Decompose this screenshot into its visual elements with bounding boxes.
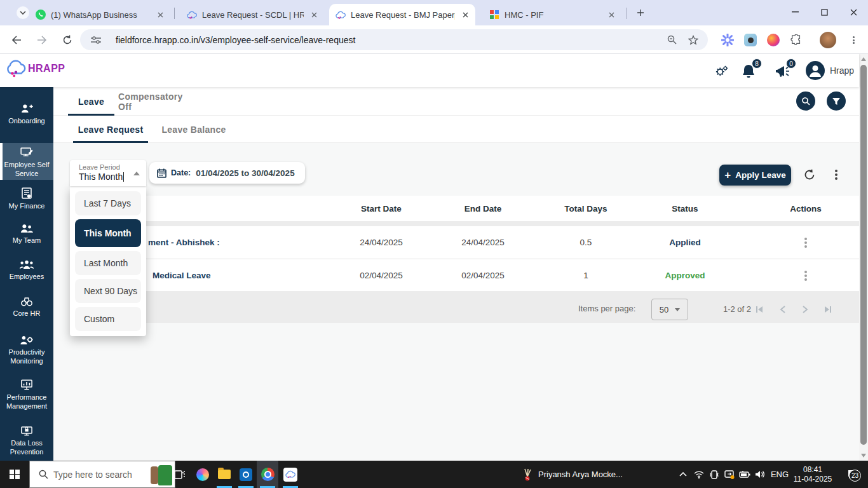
option-next-90-days[interactable]: Next 90 Days — [75, 279, 141, 303]
wifi-icon[interactable] — [691, 461, 707, 488]
reload-button[interactable] — [60, 32, 75, 48]
sidebar-item-employees[interactable]: Employees — [0, 260, 53, 293]
screen-share-icon[interactable] — [722, 461, 737, 488]
tab-leave-balance[interactable]: Leave Balance — [159, 116, 229, 143]
sidebar-item-data-loss-prevention[interactable]: Data Loss Prevention — [0, 425, 53, 461]
tab-search-button[interactable] — [17, 6, 29, 19]
prev-page-button[interactable] — [774, 301, 790, 318]
next-page-button[interactable] — [797, 301, 813, 318]
scroll-down-icon[interactable] — [861, 454, 866, 458]
sidebar-item-performance-management[interactable]: Performance Management — [0, 379, 53, 419]
tab-leave-request[interactable]: Leave Request — [73, 116, 148, 143]
app-header: HRAPP 8 0 Hrapp — [0, 54, 859, 87]
bookmark-star-icon[interactable] — [686, 33, 700, 47]
search-button[interactable] — [796, 92, 815, 111]
extension-flower-icon[interactable] — [719, 32, 736, 48]
row-actions-button[interactable] — [761, 259, 850, 292]
option-custom[interactable]: Custom — [75, 307, 141, 331]
taskbar-clock[interactable]: 08:41 11-04-2025 — [790, 461, 836, 488]
hrapp-app-button[interactable] — [280, 461, 301, 488]
more-options-button[interactable] — [831, 167, 841, 182]
clock-date: 11-04-2025 — [790, 475, 836, 484]
battery-icon[interactable] — [737, 461, 752, 488]
back-button[interactable] — [9, 32, 24, 48]
browser-tab-bmj-active[interactable]: Leave Request - BMJ Paperpack — [329, 4, 475, 25]
notifications-bell-icon[interactable]: 8 — [740, 62, 757, 80]
extension-gradient-icon[interactable] — [765, 32, 782, 48]
browser-profile-avatar[interactable] — [820, 32, 836, 48]
option-last-month[interactable]: Last Month — [75, 251, 141, 275]
chevron-up-icon[interactable] — [133, 172, 140, 175]
apply-leave-button[interactable]: + Apply Leave — [719, 165, 791, 186]
date-range-chip[interactable]: Date: 01/04/2025 to 30/04/2025 — [149, 162, 305, 184]
scroll-up-icon[interactable] — [861, 57, 866, 61]
leave-table: Start Date End Date Total Days Status Ac… — [70, 196, 859, 323]
browser-menu-icon[interactable] — [848, 32, 859, 48]
table-row[interactable]: ment - Abhishek : 24/04/2025 24/04/2025 … — [70, 226, 859, 259]
phone-link-icon[interactable] — [707, 461, 722, 488]
leave-type-link[interactable]: ment - Abhishek : — [148, 226, 332, 259]
date-label: Date: — [171, 168, 191, 177]
extensions-puzzle-icon[interactable] — [788, 32, 804, 48]
chevron-down-icon — [20, 11, 26, 15]
tab-compensatory-off[interactable]: Compensatory Off — [118, 87, 196, 116]
site-settings-icon[interactable] — [89, 33, 103, 47]
sidebar-item-onboarding[interactable]: Onboarding — [0, 98, 53, 135]
taskbar-search-box[interactable]: Type here to search — [29, 461, 175, 488]
volume-icon[interactable] — [752, 461, 768, 488]
sidebar-item-label: Onboarding — [0, 116, 53, 125]
sidebar-item-label: My Team — [0, 236, 53, 245]
window-close-button[interactable] — [839, 0, 868, 24]
page-size-select[interactable]: 50 — [651, 299, 688, 320]
outlook-button[interactable] — [235, 461, 257, 488]
monitor-lock-icon — [21, 425, 32, 436]
window-maximize-button[interactable] — [810, 0, 839, 24]
news-ticker[interactable]: Priyansh Arya Mocke... — [522, 461, 623, 488]
user-menu[interactable]: Hrapp — [806, 61, 854, 80]
extension-camera-icon[interactable] — [742, 32, 759, 48]
start-button[interactable] — [0, 461, 29, 488]
last-page-button[interactable] — [820, 301, 836, 318]
language-indicator[interactable]: ENG — [769, 461, 790, 488]
tab-close-icon[interactable] — [309, 10, 319, 20]
table-row[interactable]: Medical Leave 02/04/2025 02/04/2025 1 Ap… — [70, 259, 859, 291]
row-actions-button[interactable] — [761, 226, 850, 259]
tab-close-icon[interactable] — [155, 10, 165, 20]
leave-type-link[interactable]: Medical Leave — [153, 259, 337, 292]
first-page-button[interactable] — [751, 301, 768, 318]
tab-close-icon[interactable] — [606, 10, 616, 20]
option-last-7-days[interactable]: Last 7 Days — [75, 191, 141, 215]
tab-leave[interactable]: Leave — [68, 87, 114, 116]
sidebar-item-employee-self-service[interactable]: Employee Self Service — [0, 143, 53, 180]
file-explorer-button[interactable] — [214, 461, 235, 488]
task-view-button[interactable] — [169, 461, 191, 488]
sidebar-item-my-finance[interactable]: My Finance — [0, 187, 53, 219]
filter-button[interactable] — [827, 92, 846, 111]
tab-close-icon[interactable] — [460, 10, 470, 20]
leave-period-select[interactable]: Leave Period This Month — [70, 160, 146, 186]
hrapp-logo[interactable]: HRAPP — [5, 59, 65, 78]
omnibox[interactable]: fieldforce.hrapp.co.in/v3/employee-self-… — [80, 29, 708, 50]
notification-center-button[interactable]: 23 — [840, 461, 865, 488]
zoom-icon[interactable] — [665, 33, 679, 47]
sidebar-item-productivity-monitoring[interactable]: Productivity Monitoring — [0, 335, 53, 374]
sidebar-item-core-hr[interactable]: Core HR — [0, 297, 53, 330]
page-scrollbar[interactable] — [859, 54, 868, 461]
refresh-button[interactable] — [802, 167, 817, 182]
copilot-button[interactable] — [192, 461, 214, 488]
tray-expand-icon[interactable] — [675, 461, 691, 488]
option-this-month[interactable]: This Month — [75, 219, 141, 247]
chrome-button[interactable] — [257, 461, 278, 488]
scrollbar-thumb[interactable] — [860, 65, 867, 445]
browser-tab-hmc[interactable]: HMC - PIF — [483, 4, 621, 25]
status-badge: Approved — [641, 259, 729, 292]
announcements-megaphone-icon[interactable]: 0 — [774, 62, 792, 80]
new-tab-button[interactable] — [634, 6, 647, 19]
settings-gear-icon[interactable] — [713, 62, 731, 80]
forward-button[interactable] — [34, 32, 50, 48]
browser-tab-whatsapp[interactable]: (1) WhatsApp Business — [29, 4, 170, 25]
window-minimize-button[interactable] — [780, 0, 810, 24]
url-text[interactable]: fieldforce.hrapp.co.in/v3/employee-self-… — [116, 35, 665, 45]
browser-tab-scdl[interactable]: Leave Request - SCDL | HRAPP — [180, 4, 324, 25]
sidebar-item-my-team[interactable]: My Team — [0, 224, 53, 255]
